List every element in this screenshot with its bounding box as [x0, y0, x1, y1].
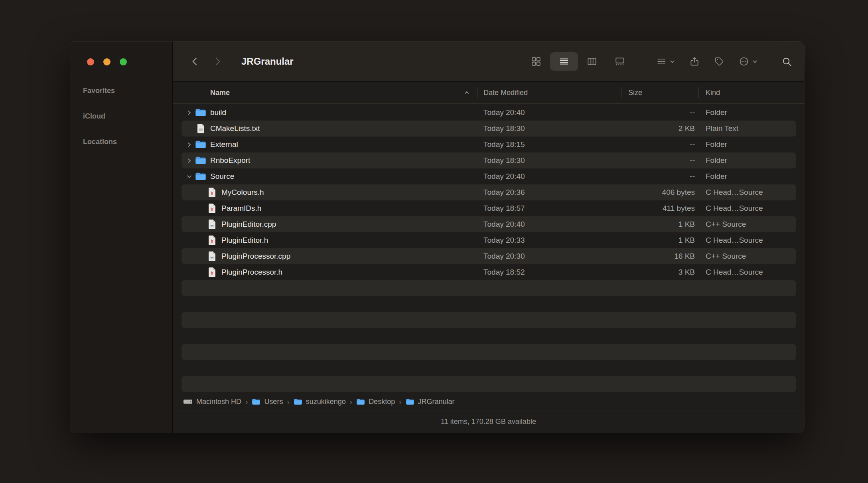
sidebar-sections: Favorites iCloud Locations: [83, 86, 117, 146]
file-row[interactable]: buildToday 20:40--Folder: [181, 105, 796, 121]
view-gallery-button[interactable]: [606, 52, 634, 71]
file-name: PluginProcessor.cpp: [221, 248, 290, 264]
file-size: --: [575, 168, 695, 184]
share-icon: [689, 56, 700, 67]
forward-button[interactable]: [209, 52, 225, 71]
traffic-light-close[interactable]: [87, 58, 94, 65]
path-label: suzukikengo: [306, 398, 346, 406]
file-name-cell: CMakeLists.txt: [181, 121, 260, 137]
file-kind: Folder: [706, 168, 727, 184]
file-kind: C++ Source: [706, 248, 746, 264]
empty-row: [181, 344, 796, 360]
file-size: --: [575, 152, 695, 168]
file-row[interactable]: hMyColours.hToday 20:36406 bytesC Head…S…: [181, 184, 796, 200]
file-row[interactable]: hPluginProcessor.hToday 18:523 KBC Head……: [181, 264, 796, 280]
sidebar-section-icloud[interactable]: iCloud: [83, 112, 117, 121]
column-headers: Name Date Modified Size Kind: [173, 82, 804, 104]
file-h-icon: h: [206, 187, 217, 198]
more-ellipsis-icon: [739, 56, 749, 67]
disclosure-expanded-icon[interactable]: [185, 168, 193, 184]
file-row[interactable]: cppPluginEditor.cppToday 20:401 KBC++ So…: [181, 216, 796, 232]
column-header-size[interactable]: Size: [628, 82, 642, 103]
path-item[interactable]: Desktop: [356, 398, 395, 406]
file-kind: Folder: [706, 105, 727, 121]
path-item[interactable]: JRGranular: [406, 398, 455, 406]
file-name-cell: External: [181, 137, 238, 152]
search-icon: [781, 56, 792, 67]
group-by-button[interactable]: [656, 52, 675, 71]
traffic-light-maximize[interactable]: [120, 58, 127, 65]
path-bar-items: Macintosh HD›Users›suzukikengo›Desktop›J…: [183, 398, 455, 406]
file-row[interactable]: RnboExportToday 18:30--Folder: [181, 152, 796, 168]
file-kind: Folder: [706, 152, 727, 168]
file-date-modified: Today 20:33: [483, 232, 525, 248]
path-label: Desktop: [369, 398, 395, 406]
file-h-icon: h: [206, 267, 217, 277]
folder-icon: [195, 156, 206, 165]
search-button[interactable]: [781, 52, 792, 71]
path-item[interactable]: Users: [252, 398, 283, 406]
view-list-button[interactable]: [550, 52, 578, 71]
file-row[interactable]: ExternalToday 18:15--Folder: [181, 137, 796, 152]
sidebar-section-favorites[interactable]: Favorites: [83, 86, 117, 95]
column-header-kind[interactable]: Kind: [706, 82, 720, 103]
column-separator: [698, 87, 699, 98]
file-row[interactable]: SourceToday 20:40--Folder: [181, 168, 796, 184]
status-text: 11 items, 170.28 GB available: [441, 418, 536, 426]
sidebar-section-locations[interactable]: Locations: [83, 137, 117, 146]
disclosure-spacer: [196, 248, 205, 264]
file-cpp-icon: cpp: [206, 251, 217, 261]
window-title: JRGranular: [241, 56, 294, 67]
svg-text:cpp: cpp: [209, 256, 214, 259]
file-date-modified: Today 20:40: [483, 168, 525, 184]
file-h-icon: h: [206, 203, 217, 214]
file-date-modified: Today 18:57: [483, 200, 525, 216]
status-bar: 11 items, 170.28 GB available: [173, 410, 804, 433]
path-item[interactable]: Macintosh HD: [183, 398, 241, 406]
column-header-name[interactable]: Name: [210, 82, 230, 103]
file-date-modified: Today 18:52: [483, 264, 525, 280]
file-name: Source: [210, 168, 234, 184]
path-bar: Macintosh HD›Users›suzukikengo›Desktop›J…: [173, 393, 804, 410]
file-row[interactable]: CMakeLists.txtToday 18:302 KBPlain Text: [181, 121, 796, 137]
file-date-modified: Today 18:15: [483, 137, 525, 152]
file-row[interactable]: cppPluginProcessor.cppToday 20:3016 KBC+…: [181, 248, 796, 264]
disclosure-collapsed-icon[interactable]: [185, 152, 193, 168]
back-button[interactable]: [187, 52, 203, 71]
column-header-date-modified[interactable]: Date Modified: [483, 82, 528, 103]
svg-text:h: h: [211, 239, 213, 243]
file-kind: C Head…Source: [706, 232, 763, 248]
view-grid-button[interactable]: [522, 52, 550, 71]
share-button[interactable]: [689, 52, 700, 71]
disclosure-spacer: [196, 200, 205, 216]
file-name: PluginEditor.cpp: [221, 216, 276, 232]
file-size: 1 KB: [575, 216, 695, 232]
chevron-down-icon: [752, 59, 758, 64]
file-name-cell: cppPluginEditor.cpp: [181, 216, 276, 232]
disclosure-collapsed-icon[interactable]: [185, 105, 193, 121]
file-row[interactable]: hPluginEditor.hToday 20:331 KBC Head…Sou…: [181, 232, 796, 248]
file-name-cell: hMyColours.h: [181, 184, 264, 200]
file-date-modified: Today 18:30: [483, 152, 525, 168]
file-size: 2 KB: [575, 121, 695, 137]
grid-view-icon: [531, 56, 541, 67]
disclosure-collapsed-icon[interactable]: [185, 137, 193, 152]
svg-text:h: h: [211, 191, 213, 196]
file-date-modified: Today 20:40: [483, 216, 525, 232]
sort-ascending-icon: [464, 90, 470, 95]
file-name: RnboExport: [210, 152, 250, 168]
path-item[interactable]: suzukikengo: [294, 398, 346, 406]
file-row[interactable]: hParamIDs.hToday 18:57411 bytesC Head…So…: [181, 200, 796, 216]
file-name-cell: hParamIDs.h: [181, 200, 261, 216]
traffic-light-minimize[interactable]: [103, 58, 110, 65]
path-label: JRGranular: [418, 398, 455, 406]
file-kind: C Head…Source: [706, 184, 763, 200]
more-button[interactable]: [739, 52, 758, 71]
gallery-view-icon: [615, 56, 625, 67]
file-name-cell: hPluginProcessor.h: [181, 264, 282, 280]
view-columns-button[interactable]: [578, 52, 606, 71]
file-text-icon: [195, 123, 206, 134]
tag-button[interactable]: [714, 52, 724, 71]
empty-row: [181, 360, 796, 376]
file-name-cell: Source: [181, 168, 234, 184]
